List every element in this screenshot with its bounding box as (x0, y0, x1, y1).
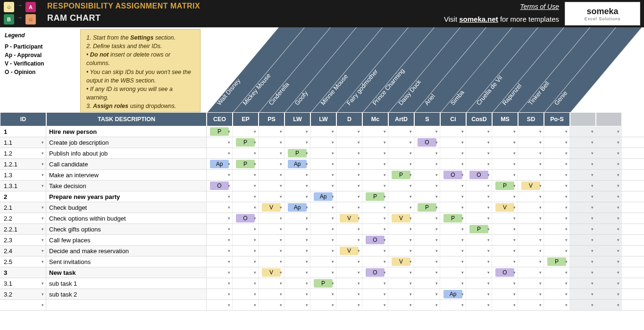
chevron-down-icon[interactable]: ▾ (358, 140, 360, 145)
chevron-down-icon[interactable]: ▾ (461, 303, 464, 307)
matrix-cell[interactable]: ▾ (310, 256, 336, 267)
id-cell[interactable]: 3.2▾ (0, 289, 46, 299)
chevron-down-icon[interactable]: ▾ (228, 281, 230, 286)
chevron-down-icon[interactable]: ▾ (280, 248, 282, 253)
matrix-cell[interactable]: O▾ (466, 170, 492, 180)
chevron-down-icon[interactable]: ▾ (280, 183, 282, 188)
matrix-cell[interactable]: ▾ (414, 148, 440, 158)
chevron-down-icon[interactable]: ▾ (591, 162, 594, 166)
matrix-cell[interactable]: ▾ (570, 267, 596, 278)
chevron-down-icon[interactable]: ▾ (358, 248, 360, 253)
chevron-down-icon[interactable]: ▾ (487, 259, 490, 264)
matrix-cell[interactable]: ▾ (492, 300, 518, 310)
chevron-down-icon[interactable]: ▾ (487, 162, 490, 166)
chevron-down-icon[interactable]: ▾ (332, 173, 334, 177)
chevron-down-icon[interactable]: ▾ (280, 303, 282, 307)
matrix-cell[interactable]: ▾ (310, 170, 336, 180)
matrix-cell[interactable]: V▾ (388, 256, 414, 267)
chevron-down-icon[interactable]: ▾ (591, 183, 594, 188)
matrix-cell[interactable]: ▾ (207, 235, 233, 245)
chevron-down-icon[interactable]: ▾ (306, 140, 308, 145)
matrix-cell[interactable]: ▾ (596, 246, 622, 256)
chevron-down-icon[interactable]: ▾ (254, 238, 256, 242)
matrix-cell[interactable]: ▾ (440, 191, 466, 202)
matrix-cell[interactable]: Ap▾ (440, 289, 466, 299)
chevron-down-icon[interactable]: ▾ (435, 194, 438, 199)
matrix-cell[interactable]: ▾ (388, 224, 414, 234)
chevron-down-icon[interactable]: ▾ (254, 270, 256, 275)
chevron-down-icon[interactable]: ▾ (410, 183, 412, 188)
chevron-down-icon[interactable]: ▾ (591, 151, 594, 156)
chevron-down-icon[interactable]: ▾ (306, 216, 308, 221)
matrix-cell[interactable]: ▾ (492, 126, 518, 137)
matrix-cell[interactable]: ▾ (233, 181, 259, 191)
matrix-cell[interactable]: ▾ (440, 278, 466, 289)
matrix-cell[interactable]: P▾ (440, 213, 466, 223)
matrix-cell[interactable]: ▾ (518, 224, 544, 234)
matrix-cell[interactable]: ▾ (596, 137, 622, 148)
matrix-cell[interactable]: ▾ (492, 235, 518, 245)
chevron-down-icon[interactable]: ▾ (42, 140, 44, 145)
chevron-down-icon[interactable]: ▾ (591, 227, 594, 231)
matrix-cell[interactable]: ▾ (336, 289, 362, 299)
matrix-cell[interactable]: ▾ (336, 300, 362, 310)
matrix-cell[interactable]: ▾ (310, 202, 336, 213)
chevron-down-icon[interactable]: ▾ (461, 129, 464, 134)
matrix-cell[interactable]: ▾ (440, 256, 466, 267)
chevron-down-icon[interactable]: ▾ (539, 281, 542, 286)
matrix-cell[interactable]: ▾ (233, 224, 259, 234)
chevron-down-icon[interactable]: ▾ (513, 238, 516, 242)
chevron-down-icon[interactable]: ▾ (513, 194, 516, 199)
matrix-cell[interactable]: ▾ (518, 267, 544, 278)
matrix-cell[interactable]: ▾ (362, 170, 388, 180)
matrix-cell[interactable]: ▾ (414, 191, 440, 202)
chevron-down-icon[interactable]: ▾ (617, 238, 619, 242)
chevron-down-icon[interactable]: ▾ (617, 194, 619, 199)
chevron-down-icon[interactable]: ▾ (461, 248, 464, 253)
chevron-down-icon[interactable]: ▾ (435, 238, 438, 242)
matrix-cell[interactable]: ▾ (544, 159, 570, 169)
chevron-down-icon[interactable]: ▾ (435, 173, 438, 177)
chevron-down-icon[interactable]: ▾ (280, 205, 282, 210)
chevron-down-icon[interactable]: ▾ (565, 194, 568, 199)
matrix-cell[interactable]: ▾ (207, 246, 233, 256)
matrix-cell[interactable]: ▾ (388, 148, 414, 158)
chevron-down-icon[interactable]: ▾ (410, 140, 412, 145)
chevron-down-icon[interactable]: ▾ (513, 129, 516, 134)
matrix-cell[interactable]: ▾ (518, 202, 544, 213)
id-cell[interactable]: ▾ (0, 300, 46, 310)
matrix-cell[interactable]: ▾ (466, 267, 492, 278)
chevron-down-icon[interactable]: ▾ (280, 227, 282, 231)
matrix-cell[interactable]: ▾ (414, 159, 440, 169)
matrix-cell[interactable]: ▾ (518, 246, 544, 256)
chevron-down-icon[interactable]: ▾ (384, 270, 386, 275)
matrix-cell[interactable]: P▾ (388, 170, 414, 180)
chevron-down-icon[interactable]: ▾ (42, 205, 44, 210)
chevron-down-icon[interactable]: ▾ (42, 238, 44, 242)
chevron-down-icon[interactable]: ▾ (306, 292, 308, 297)
matrix-cell[interactable]: ▾ (259, 246, 284, 256)
chevron-down-icon[interactable]: ▾ (617, 248, 619, 253)
matrix-cell[interactable]: ▾ (596, 267, 622, 278)
chevron-down-icon[interactable]: ▾ (539, 292, 542, 297)
chevron-down-icon[interactable]: ▾ (513, 173, 516, 177)
matrix-cell[interactable]: ▾ (362, 278, 388, 289)
chevron-down-icon[interactable]: ▾ (358, 162, 360, 166)
chevron-down-icon[interactable]: ▾ (228, 129, 230, 134)
matrix-cell[interactable]: ▾ (596, 224, 622, 234)
matrix-cell[interactable]: ▾ (388, 267, 414, 278)
matrix-cell[interactable]: ▾ (310, 289, 336, 299)
chevron-down-icon[interactable]: ▾ (591, 194, 594, 199)
matrix-cell[interactable]: ▾ (233, 202, 259, 213)
matrix-cell[interactable]: ▾ (233, 148, 259, 158)
chevron-down-icon[interactable]: ▾ (280, 292, 282, 297)
matrix-cell[interactable]: ▾ (544, 181, 570, 191)
matrix-cell[interactable]: ▾ (466, 278, 492, 289)
matrix-cell[interactable]: ▾ (466, 300, 492, 310)
matrix-cell[interactable]: ▾ (336, 267, 362, 278)
chevron-down-icon[interactable]: ▾ (254, 129, 256, 134)
chevron-down-icon[interactable]: ▾ (410, 216, 412, 221)
chevron-down-icon[interactable]: ▾ (539, 140, 542, 145)
id-cell[interactable]: 3 (0, 267, 46, 278)
chevron-down-icon[interactable]: ▾ (487, 194, 490, 199)
